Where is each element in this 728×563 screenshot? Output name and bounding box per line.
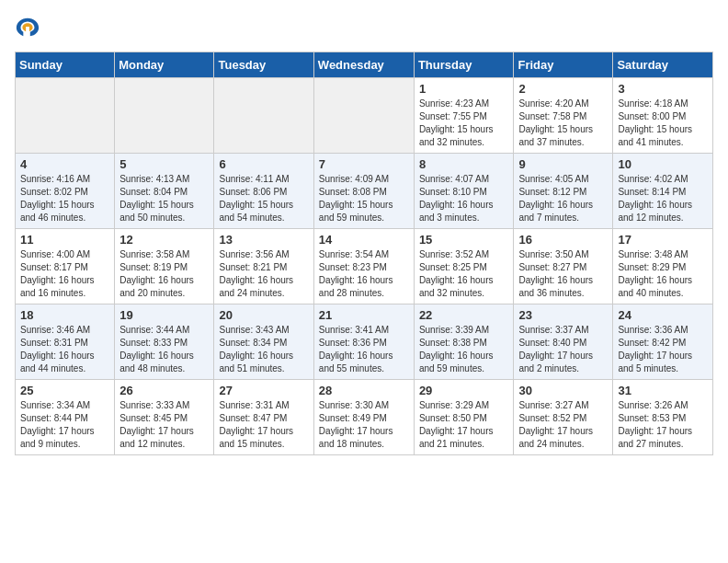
day-info: Sunrise: 4:05 AM Sunset: 8:12 PM Dayligh… [518,173,608,224]
weekday-header-row: SundayMondayTuesdayWednesdayThursdayFrid… [16,52,713,78]
day-number: 19 [119,308,209,322]
day-number: 21 [319,308,409,322]
day-info: Sunrise: 3:58 AM Sunset: 8:19 PM Dayligh… [119,248,209,300]
weekday-header-tuesday: Tuesday [214,52,313,78]
day-number: 9 [518,157,608,171]
calendar-cell: 19Sunrise: 3:44 AM Sunset: 8:33 PM Dayli… [115,304,214,380]
weekday-header-thursday: Thursday [414,52,514,78]
day-number: 11 [20,233,109,247]
calendar-cell: 9Sunrise: 4:05 AM Sunset: 8:12 PM Daylig… [514,154,613,229]
calendar-cell: 17Sunrise: 3:48 AM Sunset: 8:29 PM Dayli… [613,229,713,304]
calendar-cell: 26Sunrise: 3:33 AM Sunset: 8:45 PM Dayli… [115,380,214,455]
calendar-cell: 10Sunrise: 4:02 AM Sunset: 8:14 PM Dayli… [613,154,713,229]
calendar-cell: 1Sunrise: 4:23 AM Sunset: 7:55 PM Daylig… [414,78,514,154]
calendar-cell: 4Sunrise: 4:16 AM Sunset: 8:02 PM Daylig… [16,154,115,229]
day-number: 25 [20,384,109,397]
calendar-cell: 11Sunrise: 4:00 AM Sunset: 8:17 PM Dayli… [16,229,115,304]
calendar-week-4: 18Sunrise: 3:46 AM Sunset: 8:31 PM Dayli… [16,304,713,380]
day-number: 15 [419,233,509,247]
weekday-header-wednesday: Wednesday [313,52,414,78]
calendar-cell: 6Sunrise: 4:11 AM Sunset: 8:06 PM Daylig… [214,154,313,229]
day-number: 28 [319,384,409,397]
calendar-table: SundayMondayTuesdayWednesdayThursdayFrid… [15,52,713,455]
day-info: Sunrise: 4:00 AM Sunset: 8:17 PM Dayligh… [20,248,109,300]
day-info: Sunrise: 4:18 AM Sunset: 8:00 PM Dayligh… [618,98,708,149]
day-info: Sunrise: 4:07 AM Sunset: 8:10 PM Dayligh… [419,173,509,224]
calendar-cell: 18Sunrise: 3:46 AM Sunset: 8:31 PM Dayli… [16,304,115,380]
day-info: Sunrise: 3:26 AM Sunset: 8:53 PM Dayligh… [618,399,708,451]
day-info: Sunrise: 4:02 AM Sunset: 8:14 PM Dayligh… [618,173,708,224]
day-info: Sunrise: 3:34 AM Sunset: 8:44 PM Dayligh… [20,399,109,451]
day-number: 20 [219,308,308,322]
calendar-cell: 8Sunrise: 4:07 AM Sunset: 8:10 PM Daylig… [414,154,514,229]
weekday-header-saturday: Saturday [613,52,713,78]
day-number: 26 [119,384,209,397]
calendar-cell: 27Sunrise: 3:31 AM Sunset: 8:47 PM Dayli… [214,380,313,455]
calendar-cell: 29Sunrise: 3:29 AM Sunset: 8:50 PM Dayli… [414,380,514,455]
day-info: Sunrise: 3:30 AM Sunset: 8:49 PM Dayligh… [319,399,409,451]
calendar-cell: 20Sunrise: 3:43 AM Sunset: 8:34 PM Dayli… [214,304,313,380]
calendar-cell: 12Sunrise: 3:58 AM Sunset: 8:19 PM Dayli… [115,229,214,304]
calendar-cell: 22Sunrise: 3:39 AM Sunset: 8:38 PM Dayli… [414,304,514,380]
day-info: Sunrise: 3:52 AM Sunset: 8:25 PM Dayligh… [419,248,509,300]
day-info: Sunrise: 3:46 AM Sunset: 8:31 PM Dayligh… [20,324,109,375]
logo [15,15,44,40]
day-number: 13 [219,233,308,247]
day-info: Sunrise: 3:37 AM Sunset: 8:40 PM Dayligh… [518,324,608,375]
day-number: 24 [618,308,708,322]
day-number: 1 [419,82,509,96]
day-number: 22 [419,308,509,322]
day-info: Sunrise: 4:20 AM Sunset: 7:58 PM Dayligh… [518,98,608,149]
calendar-week-1: 1Sunrise: 4:23 AM Sunset: 7:55 PM Daylig… [16,78,713,154]
calendar-cell [16,78,115,154]
day-number: 12 [119,233,209,247]
day-info: Sunrise: 3:56 AM Sunset: 8:21 PM Dayligh… [219,248,308,300]
day-number: 31 [618,384,708,397]
calendar-cell: 2Sunrise: 4:20 AM Sunset: 7:58 PM Daylig… [514,78,613,154]
day-info: Sunrise: 3:39 AM Sunset: 8:38 PM Dayligh… [419,324,509,375]
day-info: Sunrise: 3:48 AM Sunset: 8:29 PM Dayligh… [618,248,708,300]
day-info: Sunrise: 4:11 AM Sunset: 8:06 PM Dayligh… [219,173,308,224]
weekday-header-friday: Friday [514,52,613,78]
day-info: Sunrise: 4:23 AM Sunset: 7:55 PM Dayligh… [419,98,509,149]
weekday-header-sunday: Sunday [16,52,115,78]
day-info: Sunrise: 3:33 AM Sunset: 8:45 PM Dayligh… [119,399,209,451]
day-number: 3 [618,82,708,96]
day-number: 2 [518,82,608,96]
day-info: Sunrise: 3:41 AM Sunset: 8:36 PM Dayligh… [319,324,409,375]
day-number: 17 [618,233,708,247]
calendar-cell: 23Sunrise: 3:37 AM Sunset: 8:40 PM Dayli… [514,304,613,380]
day-number: 14 [319,233,409,247]
calendar-cell: 24Sunrise: 3:36 AM Sunset: 8:42 PM Dayli… [613,304,713,380]
day-info: Sunrise: 4:16 AM Sunset: 8:02 PM Dayligh… [20,173,109,224]
calendar-cell: 31Sunrise: 3:26 AM Sunset: 8:53 PM Dayli… [613,380,713,455]
day-number: 30 [518,384,608,397]
day-info: Sunrise: 3:44 AM Sunset: 8:33 PM Dayligh… [119,324,209,375]
day-number: 4 [20,157,109,171]
day-info: Sunrise: 3:29 AM Sunset: 8:50 PM Dayligh… [419,399,509,451]
day-info: Sunrise: 4:09 AM Sunset: 8:08 PM Dayligh… [319,173,409,224]
calendar-cell: 21Sunrise: 3:41 AM Sunset: 8:36 PM Dayli… [313,304,414,380]
day-number: 29 [419,384,509,397]
day-number: 16 [518,233,608,247]
calendar-cell: 7Sunrise: 4:09 AM Sunset: 8:08 PM Daylig… [313,154,414,229]
day-number: 5 [119,157,209,171]
page-header [15,15,713,40]
day-info: Sunrise: 3:36 AM Sunset: 8:42 PM Dayligh… [618,324,708,375]
calendar-week-2: 4Sunrise: 4:16 AM Sunset: 8:02 PM Daylig… [16,154,713,229]
calendar-cell: 28Sunrise: 3:30 AM Sunset: 8:49 PM Dayli… [313,380,414,455]
day-info: Sunrise: 3:27 AM Sunset: 8:52 PM Dayligh… [518,399,608,451]
calendar-cell [313,78,414,154]
day-number: 7 [319,157,409,171]
calendar-cell: 5Sunrise: 4:13 AM Sunset: 8:04 PM Daylig… [115,154,214,229]
calendar-cell: 14Sunrise: 3:54 AM Sunset: 8:23 PM Dayli… [313,229,414,304]
calendar-cell: 13Sunrise: 3:56 AM Sunset: 8:21 PM Dayli… [214,229,313,304]
calendar-cell: 30Sunrise: 3:27 AM Sunset: 8:52 PM Dayli… [514,380,613,455]
day-number: 23 [518,308,608,322]
day-number: 10 [618,157,708,171]
calendar-cell: 15Sunrise: 3:52 AM Sunset: 8:25 PM Dayli… [414,229,514,304]
day-number: 8 [419,157,509,171]
calendar-week-5: 25Sunrise: 3:34 AM Sunset: 8:44 PM Dayli… [16,380,713,455]
weekday-header-monday: Monday [115,52,214,78]
day-info: Sunrise: 4:13 AM Sunset: 8:04 PM Dayligh… [119,173,209,224]
